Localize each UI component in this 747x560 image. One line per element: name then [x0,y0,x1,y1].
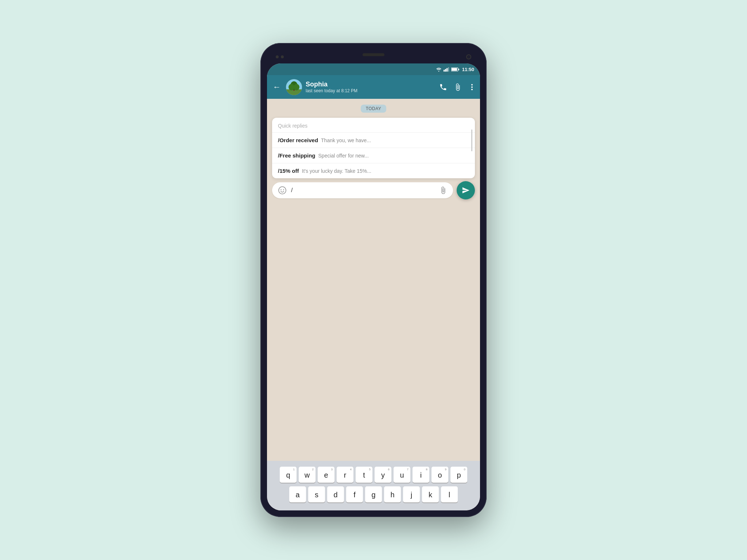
svg-rect-0 [444,70,445,72]
emoji-icon[interactable] [278,186,287,195]
quick-reply-item-1[interactable]: /Order received Thank you, we have... [272,132,475,148]
key-j[interactable]: j [403,486,420,502]
key-u[interactable]: 7u [394,467,410,483]
svg-point-18 [283,189,284,190]
scroll-indicator [471,133,473,148]
key-w[interactable]: 2w [299,467,316,483]
call-icon[interactable] [439,83,447,91]
chat-area: TODAY Quick replies /Order received Than… [267,99,480,461]
key-t[interactable]: 5t [356,467,372,483]
reply-preview-1: Thank you, we have... [321,137,371,143]
key-e[interactable]: 3e [318,467,334,483]
attachment-header-icon[interactable] [454,83,462,91]
avatar-image [286,79,302,95]
sensor-dot-2 [281,55,284,58]
keyboard-row-2: a s d f g h j k l [271,486,476,502]
contact-name: Sophia [306,81,436,89]
message-input[interactable] [291,187,435,194]
key-h[interactable]: h [384,486,401,502]
reply-preview-3: It's your lucky day. Take 15%... [302,168,371,174]
svg-rect-1 [445,69,446,71]
keyboard: 1q 2w 3e 4r 5t 6y 7u 8i 9o 0p a s d f g … [267,461,480,510]
more-options-icon[interactable] [468,83,476,91]
key-d[interactable]: d [327,486,344,502]
keyboard-row-1: 1q 2w 3e 4r 5t 6y 7u 8i 9o 0p [271,467,476,483]
battery-icon [451,67,459,72]
send-button[interactable] [457,181,475,199]
svg-point-17 [280,189,282,190]
header-icons [439,83,476,91]
contact-info: Sophia last seen today at 8:12 PM [306,81,436,94]
key-p[interactable]: 0p [450,467,467,483]
key-r[interactable]: 4r [337,467,353,483]
svg-point-11 [289,84,294,90]
status-bar: 11:50 [267,63,480,75]
phone-device: 11:50 ← [260,43,487,517]
signal-icon [444,67,449,72]
input-attachment-icon[interactable] [439,186,447,194]
quick-replies-title: Quick replies [272,118,475,132]
key-q[interactable]: 1q [280,467,297,483]
avatar-svg [286,79,302,95]
key-i[interactable]: 8i [413,467,429,483]
key-o[interactable]: 9o [431,467,448,483]
reply-command-3: /15% off [278,168,299,174]
speaker-bar [363,53,384,56]
chat-header: ← [267,75,480,99]
svg-rect-3 [448,67,449,71]
date-badge-container: TODAY [267,99,480,116]
svg-point-12 [294,84,299,90]
phone-screen: 11:50 ← [267,63,480,510]
send-icon [462,186,470,194]
key-a[interactable]: a [289,486,306,502]
front-camera [466,54,471,59]
avatar[interactable] [286,79,302,95]
contact-status: last seen today at 8:12 PM [306,88,436,93]
quick-replies-panel: Quick replies /Order received Thank you,… [272,118,475,178]
key-y[interactable]: 6y [375,467,391,483]
phone-sensors [276,55,284,58]
key-f[interactable]: f [346,486,363,502]
key-l[interactable]: l [441,486,458,502]
svg-point-13 [471,84,473,85]
sensor-dot-1 [276,55,279,58]
input-container [272,181,475,199]
status-icons: 11:50 [436,67,474,72]
reply-command-1: /Order received [278,137,318,143]
date-badge: TODAY [361,105,387,113]
key-s[interactable]: s [308,486,325,502]
phone-top-bar [267,50,480,63]
svg-point-14 [471,86,473,88]
svg-rect-5 [452,68,457,70]
svg-rect-2 [446,68,448,72]
svg-point-15 [471,89,473,90]
key-k[interactable]: k [422,486,439,502]
quick-reply-item-2[interactable]: /Free shipping Special offer for new... [272,148,475,163]
message-input-bar [272,182,453,198]
status-time: 11:50 [462,67,474,72]
svg-point-16 [279,187,286,194]
wifi-icon [436,67,442,72]
reply-preview-2: Special offer for new... [318,153,369,159]
reply-command-2: /Free shipping [278,152,316,159]
scroll-thumb [471,129,472,151]
svg-rect-6 [458,69,459,70]
back-button[interactable]: ← [271,81,282,93]
quick-reply-item-3[interactable]: /15% off It's your lucky day. Take 15%..… [272,163,475,178]
key-g[interactable]: g [365,486,382,502]
